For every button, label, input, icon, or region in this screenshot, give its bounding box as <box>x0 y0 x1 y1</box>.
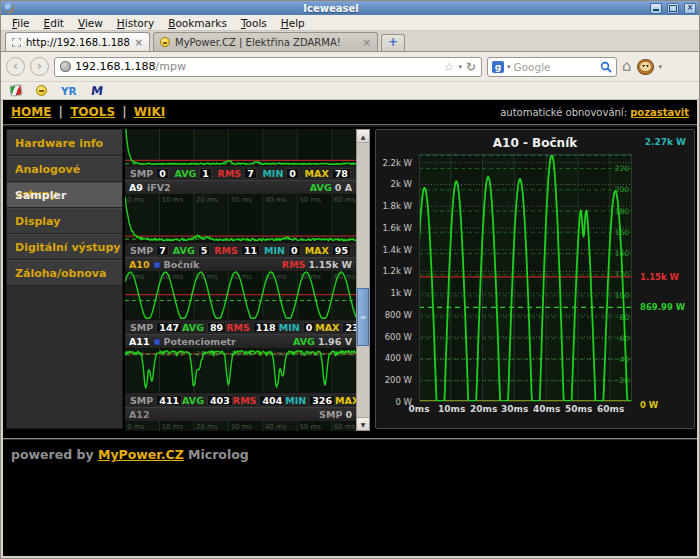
channel-a9-header[interactable]: A9 iFV2 AVG0 A <box>125 180 356 194</box>
monkey-addon-icon[interactable] <box>637 59 654 75</box>
y-tick-label: 2k W <box>391 179 412 189</box>
bookmarks-bar: YR M <box>1 82 699 100</box>
stats-row: SMP0 AVG1 RMS7 MIN0 MAX78 <box>125 165 356 180</box>
map-bookmark-icon[interactable] <box>9 84 22 96</box>
addon-dropdown-icon[interactable]: ▾ <box>659 63 663 71</box>
pause-refresh-link[interactable]: pozastavit <box>630 107 689 118</box>
svg-text:40: 40 <box>619 355 629 364</box>
y-tick-label: 200 W <box>385 375 412 385</box>
chart-rms-label: 1.15k W <box>640 272 679 282</box>
scroll-up-icon[interactable]: ▲ <box>357 130 369 143</box>
minimize-button[interactable] <box>650 3 662 14</box>
svg-text:0 ms: 0 ms <box>127 423 144 431</box>
sidebar: Hardware info Analogové vstupy Sampler D… <box>6 129 123 429</box>
close-button[interactable]: × <box>684 3 696 14</box>
tab-close-icon[interactable]: × <box>363 37 371 48</box>
m-bookmark-icon[interactable]: M <box>90 84 104 98</box>
waveform-mini-chart: 0 ms10 ms20 ms30 ms40 ms50 ms60 ms <box>125 421 356 431</box>
x-tick-label: 50ms <box>565 404 591 414</box>
menu-view[interactable]: View <box>71 16 110 30</box>
nav-tools-link[interactable]: TOOLS <box>70 105 115 119</box>
maximize-button[interactable] <box>667 3 679 14</box>
svg-text:10 ms: 10 ms <box>161 423 183 431</box>
stats-row: SMP7 AVG5 RMS11 MIN0 MAX95 <box>125 242 356 257</box>
menu-help[interactable]: Help <box>274 16 312 30</box>
legend-square-icon <box>154 339 160 345</box>
y-tick-label: 1k W <box>391 288 412 298</box>
sidebar-item-analogove-vstupy[interactable]: Analogové vstupy <box>7 156 122 182</box>
svg-text:60 ms: 60 ms <box>334 423 356 431</box>
y-tick-label: 1.6k W <box>382 223 412 233</box>
sidebar-item-digitalni-vystupy[interactable]: Digitální výstupy <box>7 234 122 260</box>
search-icon[interactable] <box>600 61 612 73</box>
browser-window: Iceweasel × File Edit View History Bookm… <box>0 0 700 559</box>
menu-file[interactable]: File <box>5 16 37 30</box>
y-tick-label: 1.4k W <box>382 245 412 255</box>
scrollbar-thumb[interactable]: ≡ <box>357 288 369 346</box>
stats-row: SMP147 AVG89 RMS118 MIN0 MAX233 <box>125 319 356 334</box>
chart-min-label: 0 W <box>640 400 658 410</box>
svg-text:220: 220 <box>615 164 630 173</box>
tab-close-icon[interactable]: × <box>135 37 143 48</box>
y-tick-label: 2.2k W <box>382 158 412 168</box>
sidebar-item-hardware-info[interactable]: Hardware info <box>7 130 122 156</box>
svg-text:100: 100 <box>615 291 630 300</box>
tab-title: MyPower.CZ | Elektřina ZDARMA! <box>175 37 358 48</box>
legend-square-icon <box>154 262 160 268</box>
sidebar-item-zaloha-obnova[interactable]: Záloha/obnova <box>7 260 122 286</box>
menu-tools[interactable]: Tools <box>234 16 274 30</box>
sidebar-item-sampler[interactable]: Sampler <box>7 182 122 208</box>
tab-mpw[interactable]: http://192.168.1.188/mpw × <box>5 32 150 51</box>
menu-bookmarks[interactable]: Bookmarks <box>161 16 234 30</box>
url-dropdown-icon[interactable]: ▾ <box>458 63 462 71</box>
tab-mypower[interactable]: MyPower.CZ | Elektřina ZDARMA! × <box>153 32 378 51</box>
search-input[interactable] <box>514 61 597 73</box>
channel-a12-header[interactable]: A12 SMP0 <box>125 407 356 421</box>
svg-text:10 ms: 10 ms <box>161 273 183 281</box>
back-button[interactable]: ‹ <box>6 57 25 76</box>
menu-history[interactable]: History <box>110 16 161 30</box>
svg-text:40 ms: 40 ms <box>265 196 287 204</box>
url-input[interactable]: 192.168.1.188/mpw ☆ ▾ ↻ <box>54 57 482 77</box>
mypower-link[interactable]: MyPower.CZ <box>98 447 184 462</box>
svg-text:180: 180 <box>615 207 630 216</box>
home-icon[interactable]: ⌂ <box>622 59 632 74</box>
url-path: /mpw <box>155 60 185 73</box>
smiley-bookmark-icon[interactable] <box>36 85 47 96</box>
stats-row: SMP411 AVG403 RMS404 MIN326 MAX412 <box>125 392 356 407</box>
menu-bar: File Edit View History Bookmarks Tools H… <box>1 15 699 31</box>
chart-avg-label: 869.99 W <box>640 302 685 312</box>
x-tick-label: 20ms <box>470 404 496 414</box>
sidebar-item-display[interactable]: Display <box>7 208 122 234</box>
svg-text:0 ms: 0 ms <box>127 273 144 281</box>
microlog-label: Microlog <box>188 447 249 462</box>
x-tick-label: 60ms <box>597 404 623 414</box>
waveform-mini-chart: 0 ms10 ms20 ms30 ms40 ms50 ms60 ms <box>125 129 356 165</box>
menu-edit[interactable]: Edit <box>37 16 71 30</box>
scroll-down-icon[interactable]: ▼ <box>357 417 369 430</box>
new-tab-button[interactable]: + <box>381 34 405 51</box>
search-box[interactable]: g ▾ <box>487 57 617 77</box>
yr-bookmark[interactable]: YR <box>61 85 77 97</box>
svg-text:160: 160 <box>615 228 630 237</box>
x-tick-label: 40ms <box>533 404 559 414</box>
forward-button[interactable]: › <box>30 57 49 76</box>
bookmark-star-icon[interactable]: ☆ <box>444 61 455 73</box>
big-chart-side-labels: 1.15k W869.99 W0 W <box>638 154 695 406</box>
reload-icon[interactable]: ↻ <box>466 60 476 74</box>
sampler-channel-list[interactable]: 0 ms10 ms20 ms30 ms40 ms50 ms60 ms SMP0 … <box>125 129 356 431</box>
y-tick-label: 600 W <box>385 332 412 342</box>
globe-icon <box>60 61 71 72</box>
channel-a11-header[interactable]: A11 Potenciometr AVG1.96 V <box>125 334 356 348</box>
chart-max-label: 2.27k W <box>645 137 686 147</box>
channel-a10-header[interactable]: A10 Bočník RMS1.15k W <box>125 257 356 271</box>
close-icon: × <box>687 4 694 12</box>
auto-refresh-label: automatické obnovování: <box>500 107 627 118</box>
sampler-scrollbar[interactable]: ▲ ≡ ▼ <box>356 129 370 431</box>
nav-wiki-link[interactable]: WIKI <box>134 105 165 119</box>
search-engine-dropdown-icon[interactable]: ▾ <box>507 63 511 71</box>
channel-prev-graph: 0 ms10 ms20 ms30 ms40 ms50 ms60 ms <box>125 129 356 165</box>
waveform-mini-chart: 0 ms10 ms20 ms30 ms40 ms50 ms60 ms <box>125 194 356 242</box>
nav-home-link[interactable]: HOME <box>11 105 51 119</box>
tab-bar: http://192.168.1.188/mpw × MyPower.CZ | … <box>1 31 699 52</box>
